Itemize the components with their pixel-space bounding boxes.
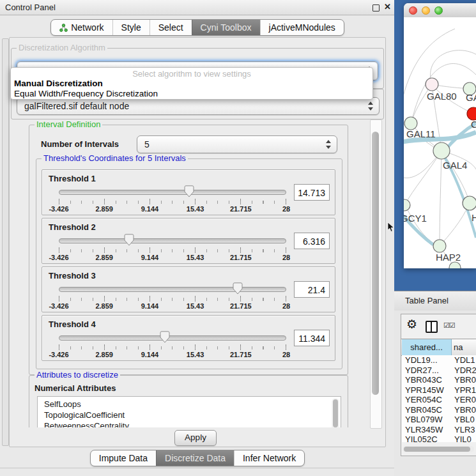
- cell: YLR3: [454, 425, 476, 434]
- number-of-intervals-combo[interactable]: 5: [137, 135, 337, 153]
- node-label-gcy1: GCY1: [404, 213, 427, 224]
- node-hap2[interactable]: [433, 240, 446, 252]
- node-label-partial: C: [471, 119, 476, 130]
- slider-thumb[interactable]: [124, 234, 134, 246]
- threshold-4-slider[interactable]: [59, 331, 285, 344]
- zoom-traffic-light-icon[interactable]: [434, 6, 443, 15]
- slider-tick-labels: -3.426 2.859 9.144 15.43 21.715 28: [59, 302, 286, 310]
- tab-select[interactable]: Select: [150, 20, 192, 35]
- list-item[interactable]: TopologicalCoefficient: [38, 410, 341, 420]
- control-panel-titlebar: Control Panel ✕: [0, 0, 395, 15]
- columns-icon[interactable]: [426, 321, 438, 333]
- node-label-partial: H: [472, 212, 476, 223]
- table-horizontal-scrollbar[interactable]: [403, 446, 474, 452]
- interval-definition-group: Interval Definition Number of Intervals …: [29, 125, 348, 375]
- dropdown-prompt: Select algorithm to view settings: [11, 69, 372, 79]
- node-gal4[interactable]: [433, 142, 450, 159]
- tab-infer-network[interactable]: Infer Network: [234, 450, 304, 466]
- node-label-hap2: HAP2: [436, 252, 461, 263]
- apply-button[interactable]: Apply: [174, 430, 217, 446]
- combo-spinner-icon[interactable]: [368, 102, 373, 111]
- tick-label: 15.43: [187, 254, 204, 261]
- algorithm-group-title: Discretization Algorithm: [17, 43, 107, 52]
- tick-label: -3.426: [49, 254, 68, 261]
- settings-scroll-viewport[interactable]: Interval Definition Number of Intervals …: [11, 119, 369, 427]
- node-gal11[interactable]: [404, 117, 417, 130]
- table-row[interactable]: YBR045CYBR0: [402, 405, 476, 415]
- table-row[interactable]: YBL079WYBL0: [402, 415, 476, 425]
- close-icon[interactable]: ✕: [384, 2, 391, 12]
- node-gal80[interactable]: [426, 78, 438, 91]
- tick-label: 2.859: [95, 205, 113, 213]
- threshold-2-slider[interactable]: [59, 234, 285, 247]
- table-row[interactable]: YER054CYER0: [402, 395, 476, 405]
- table-data-combo[interactable]: galFiltered.sif default node: [17, 97, 380, 115]
- dropdown-option-manual[interactable]: Manual Discretization: [14, 79, 103, 88]
- node[interactable]: [463, 196, 476, 210]
- network-canvas[interactable]: GAL80 GA C GAL11 GAL4 GCY1 H HAP2: [404, 17, 476, 268]
- table-row[interactable]: YDL19...YDL1: [402, 355, 476, 365]
- table-row[interactable]: YPR145WYPR1: [402, 385, 476, 395]
- mouse-cursor-icon: [387, 222, 395, 233]
- scrollbar-thumb[interactable]: [404, 447, 470, 452]
- list-item[interactable]: SelfLoops: [38, 397, 341, 410]
- tab-network[interactable]: Network: [51, 20, 112, 35]
- threshold-4-value-field[interactable]: 11.344: [294, 330, 330, 346]
- scrollbar-thumb[interactable]: [372, 132, 379, 395]
- slider-ticks: [59, 199, 286, 204]
- node[interactable]: [449, 262, 461, 268]
- combo-spinner-icon[interactable]: [326, 140, 331, 149]
- tick-label: -3.426: [49, 205, 68, 213]
- threshold-3-value-field[interactable]: 21.4: [294, 281, 330, 298]
- dropdown-option-equal-width[interactable]: Equal Width/Frequency Discretization: [14, 89, 158, 98]
- cell: YPR145W: [405, 385, 451, 395]
- slider-track[interactable]: [59, 190, 286, 195]
- threshold-2-value-field[interactable]: 6.316: [294, 233, 330, 249]
- node-label-gal11: GAL11: [406, 128, 436, 139]
- tab-style[interactable]: Style: [112, 20, 150, 35]
- node-label-partial: GA: [466, 92, 476, 103]
- table-row[interactable]: YLR345WYLR3: [402, 425, 476, 435]
- slider-ticks: [59, 344, 286, 350]
- tab-impute-data[interactable]: Impute Data: [91, 450, 156, 466]
- column-header-shared-name[interactable]: shared...: [402, 339, 452, 355]
- numerical-attributes-list[interactable]: SelfLoops TopologicalCoefficient Between…: [37, 396, 341, 427]
- slider-thumb[interactable]: [160, 331, 170, 343]
- select-columns-checkboxes-icon[interactable]: ☑☑: [443, 321, 455, 330]
- close-traffic-light-icon[interactable]: [409, 6, 417, 15]
- list-item[interactable]: BetweennessCentrality: [38, 420, 341, 427]
- table-panel-header: Table Panel: [394, 291, 476, 311]
- slider-track[interactable]: [59, 287, 286, 292]
- float-window-icon[interactable]: [372, 4, 380, 12]
- tab-discretize-data[interactable]: Discretize Data: [156, 450, 234, 466]
- left-splitter-strip[interactable]: [2, 38, 9, 446]
- threshold-1-slider[interactable]: [59, 185, 285, 198]
- tab-cyni-toolbox[interactable]: Cyni Toolbox: [192, 20, 260, 35]
- threshold-4-label: Threshold 4: [49, 319, 96, 329]
- table-row[interactable]: YBR043CYBR0: [402, 375, 476, 385]
- network-window-titlebar[interactable]: [404, 3, 476, 18]
- slider-track[interactable]: [59, 335, 286, 341]
- threshold-3-slider[interactable]: [59, 282, 285, 295]
- slider-ticks: [59, 296, 286, 302]
- tab-network-label: Network: [71, 20, 104, 35]
- minimize-traffic-light-icon[interactable]: [422, 6, 430, 15]
- tab-jactivemnodules[interactable]: jActiveMNodules: [260, 20, 344, 35]
- table-row[interactable]: YDR27...YDR2: [402, 365, 476, 376]
- threshold-1-value-field[interactable]: 14.713: [294, 184, 330, 201]
- slider-thumb[interactable]: [184, 185, 194, 197]
- slider-tick-labels: -3.426 2.859 9.144 15.43 21.715 28: [59, 205, 286, 213]
- settings-scrollbar[interactable]: [370, 119, 382, 429]
- cell: YBL0: [454, 415, 476, 424]
- list-scrollbar[interactable]: [332, 398, 339, 427]
- slider-thumb[interactable]: [233, 282, 243, 295]
- bottom-tab-group: Impute Data Discretize Data Infer Networ…: [90, 450, 305, 466]
- node-selected-red[interactable]: [467, 107, 476, 120]
- column-header-name[interactable]: na: [454, 339, 476, 355]
- slider-ticks: [59, 247, 286, 253]
- table-row[interactable]: YIL052CYIL0: [402, 434, 476, 442]
- threshold-4-box: Threshold 4 -3.426 2.859: [42, 315, 335, 361]
- slider-track[interactable]: [59, 238, 286, 243]
- gear-icon[interactable]: ⚙: [406, 317, 417, 331]
- node-gcy1[interactable]: [404, 199, 410, 211]
